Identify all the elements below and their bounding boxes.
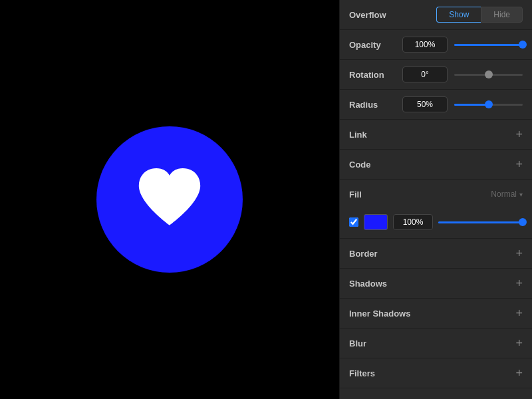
opacity-slider[interactable]	[454, 44, 523, 46]
link-label: Link	[349, 130, 515, 140]
fill-label: Fill	[349, 190, 491, 200]
properties-panel: Overflow Show Hide Opacity Rotation	[339, 0, 532, 399]
blur-label: Blur	[349, 338, 515, 348]
fill-mode-label[interactable]: Normal	[491, 190, 517, 199]
code-add-button[interactable]: +	[515, 158, 523, 170]
overflow-show-button[interactable]: Show	[436, 7, 481, 23]
fill-header-row: Fill Normal ▾	[340, 180, 532, 209]
radius-slider[interactable]	[454, 104, 523, 106]
inner-shadows-add-button[interactable]: +	[515, 307, 523, 319]
inner-shadows-row[interactable]: Inner Shadows +	[340, 299, 532, 328]
rotation-slider[interactable]	[454, 74, 523, 76]
shadows-label: Shadows	[349, 279, 515, 289]
link-add-button[interactable]: +	[515, 128, 523, 140]
filters-row[interactable]: Filters +	[340, 358, 532, 388]
filters-add-button[interactable]: +	[515, 367, 523, 379]
opacity-row: Opacity	[340, 30, 532, 59]
code-row[interactable]: Code +	[340, 150, 532, 179]
rotation-input[interactable]	[402, 66, 448, 82]
radius-input[interactable]	[402, 96, 448, 112]
border-add-button[interactable]: +	[515, 247, 523, 259]
overflow-row: Overflow Show Hide	[340, 0, 532, 29]
rotation-label: Rotation	[349, 70, 402, 80]
blur-row[interactable]: Blur +	[340, 329, 532, 358]
overflow-hide-button[interactable]: Hide	[481, 7, 523, 23]
blur-add-button[interactable]: +	[515, 337, 523, 349]
fill-color-swatch[interactable]	[364, 214, 388, 230]
code-label: Code	[349, 160, 515, 170]
opacity-input[interactable]	[402, 37, 448, 53]
fill-section: Fill Normal ▾	[340, 180, 532, 239]
fill-visibility-checkbox[interactable]	[349, 217, 358, 227]
radius-row: Radius	[340, 90, 532, 119]
shadows-row[interactable]: Shadows +	[340, 269, 532, 298]
inner-shadows-label: Inner Shadows	[349, 309, 515, 319]
rotation-row: Rotation	[340, 60, 532, 89]
fill-chevron-icon[interactable]: ▾	[519, 191, 523, 198]
overflow-toggle-group: Show Hide	[436, 7, 523, 23]
shadows-add-button[interactable]: +	[515, 277, 523, 289]
fill-opacity-slider[interactable]	[438, 221, 523, 223]
border-row[interactable]: Border +	[340, 239, 532, 268]
radius-label: Radius	[349, 100, 402, 110]
border-label: Border	[349, 249, 515, 259]
filters-label: Filters	[349, 368, 515, 378]
canvas	[0, 0, 339, 399]
opacity-label: Opacity	[349, 40, 402, 50]
overflow-label: Overflow	[349, 10, 402, 20]
fill-opacity-input[interactable]	[393, 214, 433, 230]
export-row[interactable]: Export +	[340, 388, 532, 399]
link-row[interactable]: Link +	[340, 120, 532, 149]
shape-circle	[96, 126, 243, 273]
fill-controls-row	[340, 209, 532, 238]
heart-icon	[133, 165, 206, 234]
